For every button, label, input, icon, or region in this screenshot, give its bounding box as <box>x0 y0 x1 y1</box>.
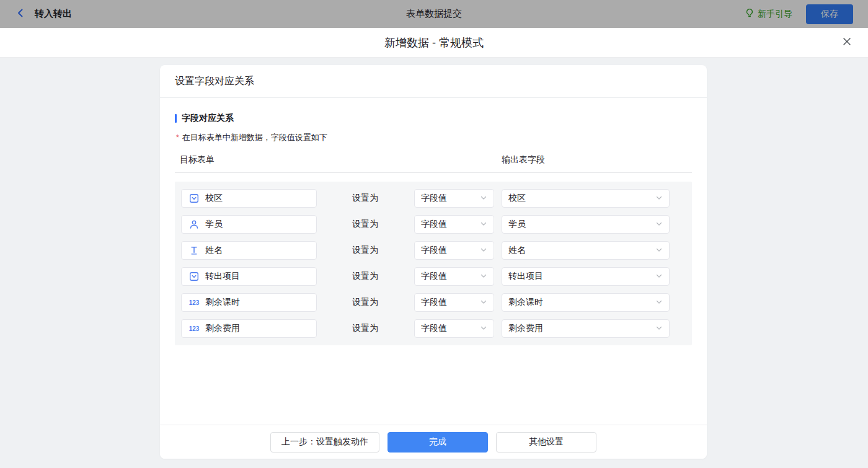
chevron-down-icon <box>480 324 487 333</box>
modal-header: 新增数据 - 常规模式 <box>0 28 868 58</box>
target-field-box[interactable]: 123 剩余费用 <box>181 319 317 338</box>
back-button[interactable] <box>15 7 26 21</box>
target-field-box[interactable]: 校区 <box>181 189 317 208</box>
set-as-label: 设置为 <box>352 271 379 282</box>
value-mode-select[interactable]: 字段值 <box>414 189 494 208</box>
chevron-down-icon <box>480 272 487 281</box>
value-mode-selected: 字段值 <box>421 297 447 308</box>
field-mapping-row: 姓名 设置为 字段值 姓名 <box>181 237 686 263</box>
value-mode-select[interactable]: 字段值 <box>414 267 494 286</box>
close-button[interactable] <box>841 37 853 49</box>
topbar-back-label: 转入转出 <box>35 8 72 20</box>
required-note-text: 在目标表单中新增数据，字段值设置如下 <box>182 132 327 143</box>
field-mapping-panel: 校区 设置为 字段值 校区 学员 设置为 字段值 学员 <box>175 182 692 345</box>
chevron-down-icon <box>655 193 663 203</box>
output-field-select[interactable]: 剩余课时 <box>502 293 670 312</box>
section-accent-bar <box>175 114 177 123</box>
target-field-label: 转出项目 <box>205 271 240 282</box>
novice-guide-link[interactable]: 新手引导 <box>745 8 792 20</box>
chevron-down-icon <box>480 219 487 229</box>
column-header-target-form: 目标表单 <box>180 154 215 164</box>
card-header: 设置字段对应关系 <box>160 65 707 98</box>
chevron-down-icon <box>655 272 663 281</box>
target-field-box[interactable]: 转出项目 <box>181 267 317 286</box>
field-mapping-row: 转出项目 设置为 字段值 转出项目 <box>181 263 686 289</box>
output-field-selected: 学员 <box>508 219 526 230</box>
set-as-label: 设置为 <box>352 297 379 308</box>
novice-guide-label: 新手引导 <box>758 9 792 20</box>
topbar-title: 表单数据提交 <box>0 8 868 20</box>
select-field-icon <box>188 193 200 203</box>
field-mapping-card: 设置字段对应关系 字段对应关系 * 在目标表单中新增数据，字段值设置如下 目标表… <box>160 65 707 459</box>
section-title: 字段对应关系 <box>175 113 692 124</box>
output-field-selected: 转出项目 <box>508 271 543 282</box>
set-as-label: 设置为 <box>352 193 379 204</box>
section-title-text: 字段对应关系 <box>182 113 234 124</box>
set-as-label: 设置为 <box>352 219 379 230</box>
value-mode-selected: 字段值 <box>421 271 447 282</box>
done-button[interactable]: 完成 <box>388 432 488 453</box>
required-note: * 在目标表单中新增数据，字段值设置如下 <box>175 132 692 143</box>
target-field-label: 校区 <box>205 193 223 204</box>
back-chevron-icon <box>15 7 26 21</box>
field-mapping-row: 校区 设置为 字段值 校区 <box>181 185 686 211</box>
value-mode-select[interactable]: 字段值 <box>414 241 494 260</box>
value-mode-selected: 字段值 <box>421 193 447 204</box>
text-field-icon <box>188 245 200 255</box>
output-field-select[interactable]: 剩余费用 <box>502 319 670 338</box>
chevron-down-icon <box>655 298 663 307</box>
value-mode-select[interactable]: 字段值 <box>414 215 494 234</box>
chevron-down-icon <box>480 298 487 307</box>
value-mode-selected: 字段值 <box>421 323 447 334</box>
number-field-icon: 123 <box>188 299 200 306</box>
output-field-select[interactable]: 校区 <box>502 189 670 208</box>
topbar: 转入转出 表单数据提交 新手引导 保存 <box>0 0 868 28</box>
output-field-select[interactable]: 转出项目 <box>502 267 670 286</box>
card-footer: 上一步：设置触发动作 完成 其他设置 <box>160 425 707 459</box>
target-field-box[interactable]: 姓名 <box>181 241 317 260</box>
prev-step-button[interactable]: 上一步：设置触发动作 <box>270 432 379 453</box>
output-field-select[interactable]: 姓名 <box>502 241 670 260</box>
save-button[interactable]: 保存 <box>806 4 853 24</box>
target-field-label: 剩余课时 <box>205 297 240 308</box>
target-field-label: 姓名 <box>205 245 223 256</box>
target-field-label: 学员 <box>205 219 223 230</box>
output-field-selected: 姓名 <box>508 245 526 256</box>
output-field-selected: 剩余课时 <box>508 297 543 308</box>
required-asterisk: * <box>176 133 179 142</box>
chevron-down-icon <box>480 245 487 255</box>
column-headers: 目标表单 输出表字段 <box>175 154 692 173</box>
close-icon <box>842 37 852 49</box>
number-field-icon: 123 <box>188 325 200 332</box>
field-mapping-row: 123 剩余课时 设置为 字段值 剩余课时 <box>181 289 686 316</box>
lightbulb-icon <box>745 8 755 20</box>
set-as-label: 设置为 <box>352 323 379 334</box>
column-header-output-fields: 输出表字段 <box>502 154 545 166</box>
output-field-selected: 剩余费用 <box>508 323 543 334</box>
value-mode-select[interactable]: 字段值 <box>414 319 494 338</box>
chevron-down-icon <box>655 219 663 229</box>
output-field-selected: 校区 <box>508 193 526 204</box>
chevron-down-icon <box>480 193 487 203</box>
modal-title: 新增数据 - 常规模式 <box>384 35 484 50</box>
value-mode-selected: 字段值 <box>421 219 447 230</box>
field-mapping-row: 学员 设置为 字段值 学员 <box>181 211 686 237</box>
select-field-icon <box>188 272 200 281</box>
value-mode-select[interactable]: 字段值 <box>414 293 494 312</box>
chevron-down-icon <box>655 245 663 255</box>
value-mode-selected: 字段值 <box>421 245 447 256</box>
member-field-icon <box>188 219 200 229</box>
set-as-label: 设置为 <box>352 245 379 256</box>
target-field-label: 剩余费用 <box>205 323 240 334</box>
target-field-box[interactable]: 123 剩余课时 <box>181 293 317 312</box>
chevron-down-icon <box>655 324 663 333</box>
other-settings-button[interactable]: 其他设置 <box>496 432 596 453</box>
target-field-box[interactable]: 学员 <box>181 215 317 234</box>
field-mapping-row: 123 剩余费用 设置为 字段值 剩余费用 <box>181 316 686 342</box>
output-field-select[interactable]: 学员 <box>502 215 670 234</box>
